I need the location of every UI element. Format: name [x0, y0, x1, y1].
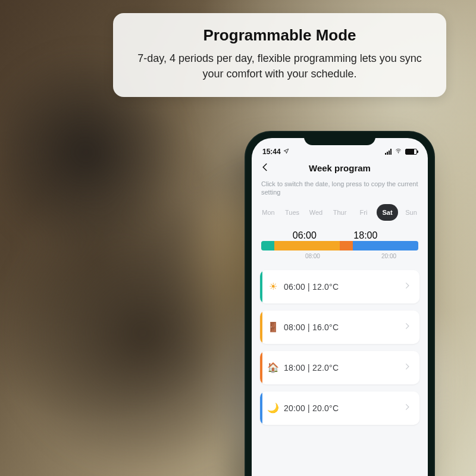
day-selector: MonTuesWedThurFriSatSun [252, 197, 428, 224]
phone-screen: 15:44 Week program [252, 138, 428, 476]
battery-icon [405, 149, 417, 155]
day-tues[interactable]: Tues [281, 204, 303, 221]
leave-icon: 🚪 [262, 321, 284, 333]
home-icon: 🏠 [262, 362, 284, 373]
moon-icon: 🌙 [262, 402, 284, 414]
location-icon [283, 148, 289, 156]
chevron-right-icon [403, 403, 411, 414]
feature-callout: Programmable Mode 7-day, 4 periods per d… [113, 13, 446, 97]
callout-body: 7-day, 4 periods per day, flexible progr… [131, 51, 428, 82]
app-header: Week program [252, 156, 428, 180]
day-wed[interactable]: Wed [305, 204, 327, 221]
timeline-ticks-bottom: 08:00 20:00 [261, 250, 418, 259]
period-label: 18:00 | 22.0°C [284, 363, 339, 372]
signal-icon [385, 149, 392, 155]
day-thur[interactable]: Thur [329, 204, 350, 221]
day-sat[interactable]: Sat [377, 204, 398, 221]
day-mon[interactable]: Mon [258, 204, 279, 221]
page-title: Week program [309, 163, 371, 173]
timeline-segment [353, 241, 418, 250]
sun-icon: ☀ [262, 281, 284, 292]
status-bar: 15:44 [252, 138, 428, 156]
period-list: ☀06:00 | 12.0°C🚪08:00 | 16.0°C🏠18:00 | 2… [252, 262, 428, 476]
chevron-right-icon [403, 322, 411, 333]
timeline-segment [274, 241, 340, 250]
period-row[interactable]: 🚪08:00 | 16.0°C [260, 311, 419, 344]
wifi-icon [394, 148, 402, 156]
tick-label: 18:00 [353, 230, 377, 241]
day-sun[interactable]: Sun [400, 204, 422, 221]
period-label: 06:00 | 12.0°C [284, 282, 339, 292]
timeline-segment [340, 241, 353, 250]
timeline-segment [261, 241, 274, 250]
period-row[interactable]: ☀06:00 | 12.0°C [260, 270, 419, 303]
period-row[interactable]: 🏠18:00 | 22.0°C [260, 351, 419, 384]
svg-point-0 [398, 152, 399, 153]
period-label: 20:00 | 20.0°C [284, 403, 339, 413]
back-button[interactable] [260, 162, 271, 173]
chevron-right-icon [403, 362, 411, 373]
day-fri[interactable]: Fri [353, 204, 374, 221]
tick-label: 08:00 [305, 253, 320, 259]
timeline-bar[interactable] [261, 241, 418, 250]
timeline-ticks-top: 06:00 18:00 [261, 230, 418, 241]
period-label: 08:00 | 16.0°C [284, 322, 339, 332]
period-row[interactable]: 🌙20:00 | 20.0°C [260, 392, 419, 425]
status-time: 15:44 [262, 148, 281, 156]
tick-label: 06:00 [293, 230, 317, 241]
tick-label: 20:00 [381, 253, 396, 259]
timeline: 06:00 18:00 08:00 20:00 [252, 224, 428, 262]
phone-frame: 15:44 Week program [245, 131, 435, 476]
callout-title: Programmable Mode [131, 26, 428, 45]
chevron-right-icon [403, 281, 411, 292]
hint-text: Click to switch the date, long press to … [252, 180, 428, 197]
